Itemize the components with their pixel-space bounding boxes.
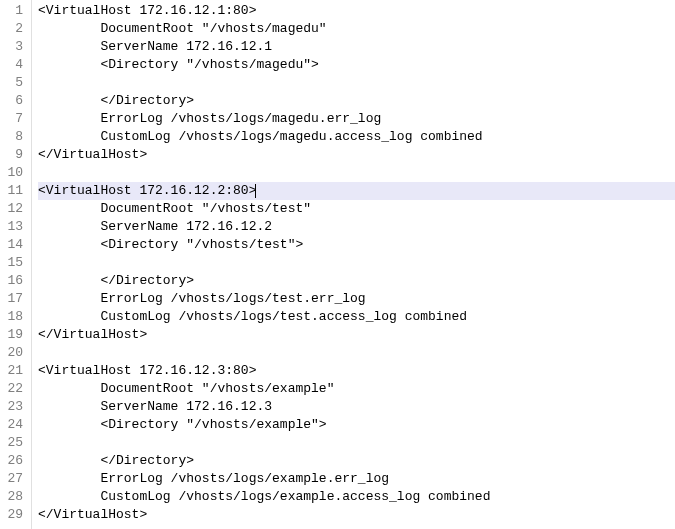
line-number: 3 [0, 38, 23, 56]
code-line[interactable]: </Directory> [38, 452, 675, 470]
code-line[interactable]: CustomLog /vhosts/logs/magedu.access_log… [38, 128, 675, 146]
line-number: 7 [0, 110, 23, 128]
line-number: 9 [0, 146, 23, 164]
code-text: ServerName 172.16.12.2 [38, 219, 272, 234]
code-text: </VirtualHost> [38, 327, 147, 342]
code-line[interactable]: <VirtualHost 172.16.12.1:80> [38, 2, 675, 20]
text-cursor [255, 184, 256, 198]
code-text: CustomLog /vhosts/logs/example.access_lo… [38, 489, 490, 504]
code-line[interactable] [38, 434, 675, 452]
line-number: 26 [0, 452, 23, 470]
code-line[interactable]: </Directory> [38, 272, 675, 290]
code-line[interactable]: ErrorLog /vhosts/logs/example.err_log [38, 470, 675, 488]
line-number: 8 [0, 128, 23, 146]
code-text: ServerName 172.16.12.1 [38, 39, 272, 54]
line-number: 23 [0, 398, 23, 416]
code-line[interactable]: <Directory "/vhosts/magedu"> [38, 56, 675, 74]
code-text: <VirtualHost 172.16.12.2:80> [38, 183, 256, 198]
line-number: 25 [0, 434, 23, 452]
code-editor[interactable]: 1234567891011121314151617181920212223242… [0, 0, 675, 529]
code-text: ServerName 172.16.12.3 [38, 399, 272, 414]
line-number: 15 [0, 254, 23, 272]
code-text: ErrorLog /vhosts/logs/test.err_log [38, 291, 366, 306]
code-line[interactable]: </VirtualHost> [38, 326, 675, 344]
code-line[interactable]: </Directory> [38, 92, 675, 110]
code-line[interactable]: ServerName 172.16.12.3 [38, 398, 675, 416]
line-number: 14 [0, 236, 23, 254]
line-number: 11 [0, 182, 23, 200]
code-line[interactable] [38, 164, 675, 182]
code-line[interactable]: ServerName 172.16.12.2 [38, 218, 675, 236]
line-number: 2 [0, 20, 23, 38]
code-text: DocumentRoot "/vhosts/magedu" [38, 21, 327, 36]
code-text: <VirtualHost 172.16.12.3:80> [38, 363, 256, 378]
code-text: ErrorLog /vhosts/logs/magedu.err_log [38, 111, 381, 126]
code-content[interactable]: <VirtualHost 172.16.12.1:80> DocumentRoo… [32, 0, 675, 529]
code-line[interactable]: <VirtualHost 172.16.12.2:80> [38, 182, 675, 200]
line-number: 22 [0, 380, 23, 398]
line-number: 20 [0, 344, 23, 362]
line-number: 6 [0, 92, 23, 110]
code-line[interactable]: <Directory "/vhosts/example"> [38, 416, 675, 434]
code-text: ErrorLog /vhosts/logs/example.err_log [38, 471, 389, 486]
line-number: 17 [0, 290, 23, 308]
code-line[interactable]: <Directory "/vhosts/test"> [38, 236, 675, 254]
code-line[interactable]: </VirtualHost> [38, 146, 675, 164]
code-text: </VirtualHost> [38, 507, 147, 522]
code-line[interactable]: ServerName 172.16.12.1 [38, 38, 675, 56]
line-number-gutter: 1234567891011121314151617181920212223242… [0, 0, 32, 529]
code-text: DocumentRoot "/vhosts/example" [38, 381, 334, 396]
code-line[interactable] [38, 344, 675, 362]
line-number: 16 [0, 272, 23, 290]
code-line[interactable]: DocumentRoot "/vhosts/example" [38, 380, 675, 398]
line-number: 1 [0, 2, 23, 20]
code-text: CustomLog /vhosts/logs/magedu.access_log… [38, 129, 483, 144]
code-text: DocumentRoot "/vhosts/test" [38, 201, 311, 216]
line-number: 24 [0, 416, 23, 434]
code-text: <VirtualHost 172.16.12.1:80> [38, 3, 256, 18]
code-text: <Directory "/vhosts/example"> [38, 417, 327, 432]
code-line[interactable]: CustomLog /vhosts/logs/example.access_lo… [38, 488, 675, 506]
code-text: <Directory "/vhosts/test"> [38, 237, 303, 252]
code-line[interactable]: </VirtualHost> [38, 506, 675, 524]
line-number: 13 [0, 218, 23, 236]
code-text: </Directory> [38, 453, 194, 468]
code-text: <Directory "/vhosts/magedu"> [38, 57, 319, 72]
line-number: 29 [0, 506, 23, 524]
line-number: 4 [0, 56, 23, 74]
code-line[interactable]: CustomLog /vhosts/logs/test.access_log c… [38, 308, 675, 326]
code-text: </Directory> [38, 93, 194, 108]
code-line[interactable]: DocumentRoot "/vhosts/test" [38, 200, 675, 218]
code-text: CustomLog /vhosts/logs/test.access_log c… [38, 309, 467, 324]
line-number: 19 [0, 326, 23, 344]
code-line[interactable]: ErrorLog /vhosts/logs/test.err_log [38, 290, 675, 308]
code-line[interactable]: <VirtualHost 172.16.12.3:80> [38, 362, 675, 380]
code-line[interactable]: ErrorLog /vhosts/logs/magedu.err_log [38, 110, 675, 128]
line-number: 18 [0, 308, 23, 326]
code-line[interactable]: DocumentRoot "/vhosts/magedu" [38, 20, 675, 38]
line-number: 21 [0, 362, 23, 380]
code-text: </VirtualHost> [38, 147, 147, 162]
code-line[interactable] [38, 254, 675, 272]
line-number: 28 [0, 488, 23, 506]
line-number: 12 [0, 200, 23, 218]
line-number: 10 [0, 164, 23, 182]
code-line[interactable] [38, 74, 675, 92]
line-number: 5 [0, 74, 23, 92]
line-number: 27 [0, 470, 23, 488]
code-text: </Directory> [38, 273, 194, 288]
